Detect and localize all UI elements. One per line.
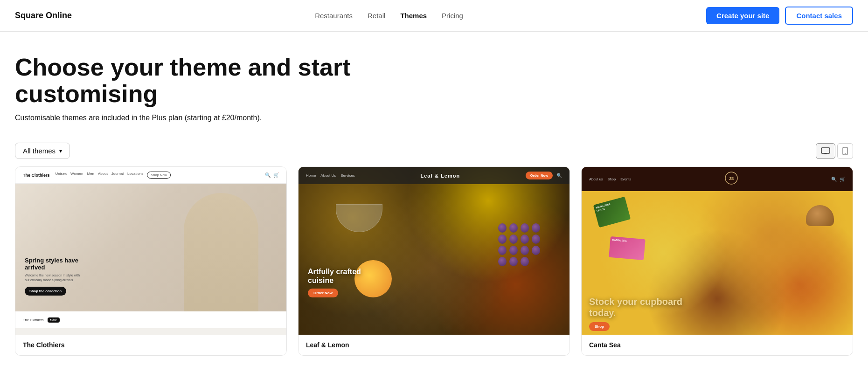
- theme-card-clothiers[interactable]: The Clothiers Unisex Women Men About Jou…: [15, 166, 287, 356]
- desktop-icon: [821, 147, 830, 155]
- leaflemon-nav: Home About Us Services Leaf & Lemon Orde…: [299, 167, 569, 184]
- hero-section: Choose your theme and start customising …: [0, 32, 868, 133]
- cantasea-text-overlay: Stock your cupboardtoday. Shop: [589, 296, 682, 331]
- clothiers-theme-name: The Clothiers: [23, 341, 64, 349]
- theme-card-leaflemon[interactable]: Home About Us Services Leaf & Lemon Orde…: [298, 166, 570, 356]
- cantasea-nav-icons: 🔍 🛒: [831, 177, 845, 182]
- cantasea-theme-name: Canta Sea: [589, 341, 621, 349]
- clothiers-body: Spring styles have arrived Welcome the n…: [15, 184, 286, 328]
- themes-grid: The Clothiers Unisex Women Men About Jou…: [0, 166, 868, 371]
- theme-preview-clothiers: The Clothiers Unisex Women Men About Jou…: [15, 167, 286, 335]
- can1-shape: MEJILLONESFRITOS: [593, 197, 631, 227]
- clothiers-cta-button[interactable]: Shop the collection: [25, 287, 66, 296]
- svg-point-4: [845, 153, 846, 154]
- clothiers-footer-text: The Clothiers: [23, 318, 44, 322]
- nav-retail[interactable]: Retail: [368, 12, 385, 20]
- cantasea-logo-icon: JS: [725, 172, 738, 185]
- cantasea-nav-links: About us Shop Events: [589, 177, 631, 181]
- nav-pricing[interactable]: Pricing: [442, 12, 463, 20]
- site-logo: Square Online: [15, 11, 72, 21]
- contact-sales-button[interactable]: Contact sales: [785, 7, 853, 25]
- cantasea-nav: About us Shop Events JS 🔍 🛒: [582, 167, 853, 191]
- clothiers-card-footer: The Clothiers: [15, 335, 286, 355]
- clothiers-footer-strip: The Clothiers Sale: [15, 311, 286, 328]
- theme-preview-cantasea: About us Shop Events JS 🔍 🛒: [582, 167, 853, 335]
- leaflemon-logo: Leaf & Lemon: [420, 173, 460, 179]
- cantasea-card-footer: Canta Sea: [582, 335, 853, 355]
- search-icon: 🔍: [556, 173, 562, 178]
- hero-title: Choose your theme and start customising: [15, 54, 388, 107]
- clothiers-logo: The Clothiers: [23, 173, 50, 178]
- cantasea-product-image: MEJILLONESFRITOS CANTA SEA Stock your cu…: [582, 191, 853, 335]
- clothiers-nav-icons: 🔍 🛒: [265, 172, 279, 178]
- hero-subtitle: Customisable themes are included in the …: [15, 114, 853, 122]
- filter-dropdown-label: All themes: [23, 147, 56, 155]
- header-actions: Create your site Contact sales: [706, 7, 853, 25]
- svg-text:JS: JS: [729, 176, 734, 181]
- create-site-button[interactable]: Create your site: [706, 7, 779, 24]
- cart-icon: 🛒: [840, 177, 845, 182]
- theme-preview-leaflemon: Home About Us Services Leaf & Lemon Orde…: [299, 167, 569, 335]
- cantasea-logo: JS: [725, 172, 738, 186]
- clothiers-hero-image: [15, 184, 286, 328]
- nav-themes[interactable]: Themes: [400, 12, 427, 20]
- leaflemon-text-overlay: Artfully craftedcuisine Order Now: [308, 267, 361, 297]
- mobile-view-button[interactable]: [837, 143, 853, 159]
- chevron-down-icon: ▾: [59, 148, 62, 154]
- leaflemon-theme-name: Leaf & Lemon: [306, 341, 349, 349]
- clothiers-nav: The Clothiers Unisex Women Men About Jou…: [15, 167, 286, 184]
- themes-filter-dropdown[interactable]: All themes ▾: [15, 143, 70, 159]
- leaflemon-nav-right: Order Now 🔍: [526, 172, 562, 179]
- leaflemon-food-image: Artfully craftedcuisine Order Now: [299, 167, 569, 335]
- cantasea-cta-button[interactable]: Shop: [589, 322, 610, 331]
- leaflemon-card-footer: Leaf & Lemon: [299, 335, 569, 355]
- leaflemon-order-button[interactable]: Order Now: [526, 172, 553, 179]
- view-toggles: [816, 143, 853, 159]
- can2-shape: CANTA SEA: [609, 236, 646, 260]
- sale-badge: Sale: [48, 317, 60, 323]
- main-nav: Restaurants Retail Themes Pricing: [315, 12, 463, 20]
- search-icon: 🔍: [265, 172, 271, 178]
- header: Square Online Restaurants Retail Themes …: [0, 0, 868, 32]
- desktop-view-button[interactable]: [816, 143, 835, 159]
- clothiers-sub: Welcome the new season in style with our…: [25, 273, 81, 283]
- cantasea-headline: Stock your cupboardtoday.: [589, 296, 682, 318]
- filter-bar: All themes ▾: [0, 133, 868, 166]
- clothiers-nav-items: Unisex Women Men About Journal Locations…: [56, 172, 259, 179]
- search-icon: 🔍: [831, 177, 837, 182]
- svg-rect-0: [821, 148, 830, 153]
- cart-icon: 🛒: [273, 172, 279, 178]
- bowl-shape: [336, 204, 382, 232]
- mobile-icon: [842, 147, 848, 155]
- clothiers-headline: Spring styles have arrived: [25, 257, 85, 271]
- person-shape: [184, 193, 258, 328]
- grape-cluster: [498, 223, 542, 267]
- bread-shape: [806, 205, 834, 226]
- nav-restaurants[interactable]: Restaurants: [315, 12, 353, 20]
- leaflemon-cta-button[interactable]: Order Now: [308, 289, 338, 297]
- theme-card-cantasea[interactable]: About us Shop Events JS 🔍 🛒: [581, 166, 853, 356]
- clothiers-text-overlay: Spring styles have arrived Welcome the n…: [25, 257, 85, 296]
- leaflemon-nav-links: Home About Us Services: [306, 173, 355, 178]
- leaflemon-headline: Artfully craftedcuisine: [308, 267, 361, 285]
